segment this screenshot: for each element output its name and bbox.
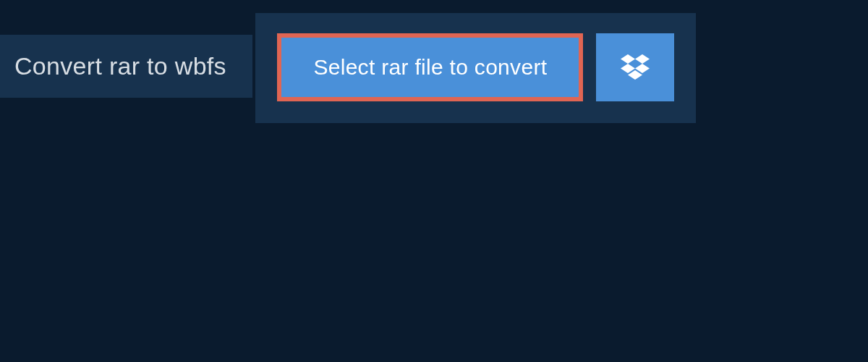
dropbox-icon — [621, 54, 650, 80]
select-file-button[interactable]: Select rar file to convert — [277, 33, 583, 101]
svg-marker-1 — [635, 54, 650, 64]
dropbox-button[interactable] — [596, 33, 674, 101]
action-bar: Select rar file to convert — [255, 13, 696, 123]
header-tab: Convert rar to wbfs — [0, 35, 252, 98]
page-title: Convert rar to wbfs — [14, 52, 226, 80]
action-wrap: Select rar file to convert — [255, 13, 696, 123]
svg-marker-0 — [621, 54, 635, 64]
select-file-label: Select rar file to convert — [313, 55, 547, 80]
